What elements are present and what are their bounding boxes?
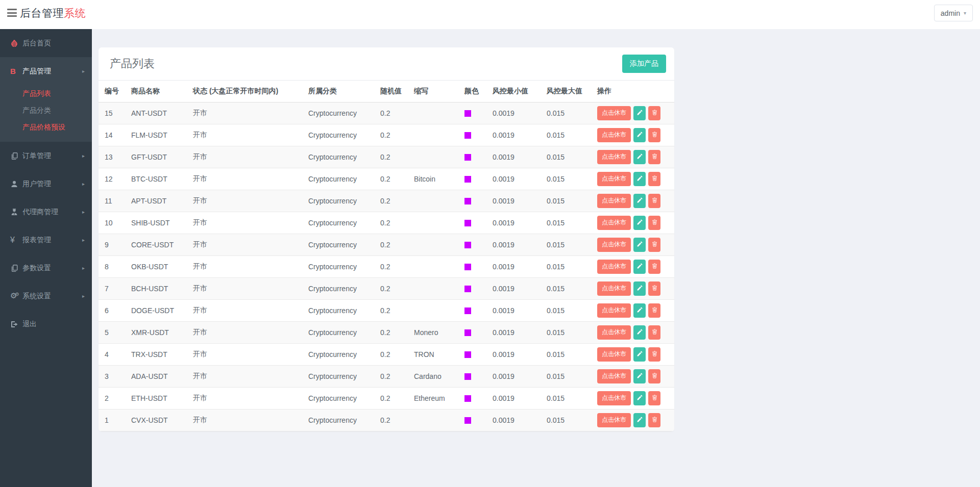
sidebar-item-users[interactable]: 用户管理▸ (0, 170, 92, 198)
cell-risk-max: 0.015 (541, 387, 591, 409)
edit-button[interactable] (633, 106, 646, 120)
chevron-right-icon: ▸ (82, 209, 85, 215)
chevron-down-icon: ▾ (964, 10, 966, 16)
pencil-icon (636, 131, 643, 139)
cell-id: 2 (99, 387, 125, 409)
close-market-button[interactable]: 点击休市 (597, 128, 631, 142)
edit-button[interactable] (633, 325, 646, 340)
delete-button[interactable] (648, 260, 660, 274)
cell-status: 开市 (187, 299, 302, 321)
edit-button[interactable] (633, 281, 646, 296)
delete-button[interactable] (648, 391, 660, 405)
edit-button[interactable] (633, 413, 646, 427)
delete-button[interactable] (648, 172, 660, 186)
logout-icon (10, 320, 22, 328)
delete-button[interactable] (648, 347, 660, 362)
sidebar-subitem-product-list[interactable]: 产品列表 (0, 85, 92, 102)
sidebar-subitem-product-price-preset[interactable]: 产品价格预设 (0, 119, 92, 136)
close-market-button[interactable]: 点击休市 (597, 194, 631, 208)
close-market-button[interactable]: 点击休市 (597, 216, 631, 230)
sidebar-item-agents[interactable]: 代理商管理▸ (0, 198, 92, 226)
close-market-button[interactable]: 点击休市 (597, 238, 631, 252)
delete-button[interactable] (648, 238, 660, 252)
close-market-button[interactable]: 点击休市 (597, 106, 631, 120)
cell-category: Cryptocurrency (302, 365, 374, 387)
sidebar-item-orders[interactable]: 订单管理▸ (0, 142, 92, 170)
edit-button[interactable] (633, 216, 646, 230)
cell-random: 0.2 (374, 234, 408, 255)
cell-operations: 点击休市 (591, 255, 674, 277)
edit-button[interactable] (633, 347, 646, 362)
edit-button[interactable] (633, 260, 646, 274)
cell-color (458, 387, 486, 409)
edit-button[interactable] (633, 238, 646, 252)
sidebar-item-products[interactable]: B产品管理▸ (0, 57, 92, 85)
edit-button[interactable] (633, 303, 646, 318)
sidebar-group-settings: ⚙⚙系统设置▸ (0, 282, 92, 310)
cell-status: 开市 (187, 212, 302, 234)
close-market-button[interactable]: 点击休市 (597, 172, 631, 186)
sidebar-item-settings[interactable]: ⚙⚙系统设置▸ (0, 282, 92, 310)
table-row: 6DOGE-USDT开市Cryptocurrency0.20.00190.015… (99, 299, 674, 321)
edit-button[interactable] (633, 194, 646, 208)
cell-id: 3 (99, 365, 125, 387)
delete-button[interactable] (648, 281, 660, 296)
delete-button[interactable] (648, 325, 660, 340)
delete-button[interactable] (648, 303, 660, 318)
trash-icon (651, 416, 658, 424)
sidebar-item-home[interactable]: 后台首页 (0, 29, 92, 57)
cell-id: 12 (99, 168, 125, 190)
edit-button[interactable] (633, 150, 646, 164)
close-market-button[interactable]: 点击休市 (597, 260, 631, 274)
cell-color (458, 277, 486, 299)
cell-risk-min: 0.0019 (486, 321, 541, 343)
delete-button[interactable] (648, 150, 660, 164)
edit-button[interactable] (633, 172, 646, 186)
cell-abbr: TRON (408, 343, 458, 365)
table-row: 7BCH-USDT开市Cryptocurrency0.20.00190.015点… (99, 277, 674, 299)
edit-button[interactable] (633, 128, 646, 142)
cell-risk-max: 0.015 (541, 343, 591, 365)
color-swatch (464, 329, 471, 336)
cell-abbr (408, 234, 458, 255)
edit-button[interactable] (633, 369, 646, 383)
card-header: 产品列表 添加产品 (99, 47, 674, 81)
close-market-button[interactable]: 点击休市 (597, 369, 631, 383)
close-market-button[interactable]: 点击休市 (597, 303, 631, 318)
trash-icon (651, 350, 658, 358)
edit-button[interactable] (633, 391, 646, 405)
menu-toggle-icon[interactable] (7, 9, 17, 17)
table-row: 1CVX-USDT开市Cryptocurrency0.20.00190.015点… (99, 409, 674, 431)
close-market-button[interactable]: 点击休市 (597, 325, 631, 340)
sidebar-subitem-product-category[interactable]: 产品分类 (0, 102, 92, 119)
close-market-button[interactable]: 点击休市 (597, 413, 631, 427)
sidebar-item-logout[interactable]: 退出 (0, 310, 92, 338)
chevron-right-icon: ▸ (82, 237, 85, 243)
delete-button[interactable] (648, 369, 660, 383)
user-dropdown[interactable]: admin ▾ (934, 5, 973, 21)
delete-button[interactable] (648, 413, 660, 427)
close-market-button[interactable]: 点击休市 (597, 347, 631, 362)
close-market-button[interactable]: 点击休市 (597, 391, 631, 405)
add-product-button[interactable]: 添加产品 (622, 55, 666, 73)
cell-name: BCH-USDT (125, 277, 187, 299)
close-market-button[interactable]: 点击休市 (597, 281, 631, 296)
sidebar-item-reports[interactable]: ¥报表管理▸ (0, 226, 92, 254)
cell-category: Cryptocurrency (302, 321, 374, 343)
delete-button[interactable] (648, 216, 660, 230)
delete-button[interactable] (648, 128, 660, 142)
cell-risk-min: 0.0019 (486, 343, 541, 365)
close-market-button[interactable]: 点击休市 (597, 150, 631, 164)
cell-status: 开市 (187, 146, 302, 168)
delete-button[interactable] (648, 194, 660, 208)
cell-color (458, 409, 486, 431)
cell-category: Cryptocurrency (302, 124, 374, 146)
cell-random: 0.2 (374, 146, 408, 168)
delete-button[interactable] (648, 106, 660, 120)
cell-name: OKB-USDT (125, 255, 187, 277)
cell-risk-min: 0.0019 (486, 409, 541, 431)
color-swatch (464, 264, 471, 270)
sidebar-item-label: 报表管理 (22, 236, 82, 245)
cell-status: 开市 (187, 102, 302, 124)
sidebar-item-params[interactable]: 参数设置▸ (0, 254, 92, 282)
